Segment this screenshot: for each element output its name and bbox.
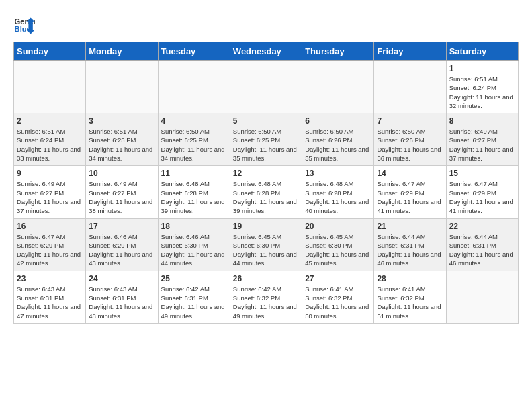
day-number: 22 <box>449 222 515 231</box>
day-number: 15 <box>449 169 515 178</box>
calendar-cell: 15Sunrise: 6:47 AM Sunset: 6:29 PM Dayli… <box>446 166 518 218</box>
weekday-header-row: SundayMondayTuesdayWednesdayThursdayFrid… <box>14 42 519 61</box>
day-info: Sunrise: 6:51 AM Sunset: 6:24 PM Dayligh… <box>17 127 83 163</box>
day-info: Sunrise: 6:42 AM Sunset: 6:31 PM Dayligh… <box>161 285 227 320</box>
day-number: 27 <box>305 274 371 283</box>
calendar-cell <box>374 61 446 113</box>
calendar-cell: 20Sunrise: 6:45 AM Sunset: 6:30 PM Dayli… <box>302 218 374 271</box>
day-number: 21 <box>377 222 443 231</box>
calendar-cell <box>86 61 158 113</box>
calendar-cell: 1Sunrise: 6:51 AM Sunset: 6:24 PM Daylig… <box>446 61 518 113</box>
week-row-2: 2Sunrise: 6:51 AM Sunset: 6:24 PM Daylig… <box>14 113 519 166</box>
calendar-cell <box>446 271 518 323</box>
day-number: 16 <box>17 222 83 231</box>
day-info: Sunrise: 6:47 AM Sunset: 6:29 PM Dayligh… <box>377 179 443 215</box>
calendar-cell: 16Sunrise: 6:47 AM Sunset: 6:29 PM Dayli… <box>14 218 86 271</box>
weekday-header-wednesday: Wednesday <box>230 42 302 61</box>
day-info: Sunrise: 6:41 AM Sunset: 6:32 PM Dayligh… <box>305 285 371 320</box>
weekday-header-saturday: Saturday <box>446 42 518 61</box>
calendar-cell: 2Sunrise: 6:51 AM Sunset: 6:24 PM Daylig… <box>14 113 86 166</box>
weekday-header-monday: Monday <box>86 42 158 61</box>
day-info: Sunrise: 6:48 AM Sunset: 6:28 PM Dayligh… <box>161 179 227 215</box>
day-info: Sunrise: 6:41 AM Sunset: 6:32 PM Dayligh… <box>377 285 443 320</box>
calendar-cell: 7Sunrise: 6:50 AM Sunset: 6:26 PM Daylig… <box>374 113 446 166</box>
day-number: 28 <box>377 274 443 283</box>
calendar-cell: 6Sunrise: 6:50 AM Sunset: 6:26 PM Daylig… <box>302 113 374 166</box>
day-number: 8 <box>449 116 515 126</box>
calendar-cell <box>158 61 230 113</box>
calendar-cell: 22Sunrise: 6:44 AM Sunset: 6:31 PM Dayli… <box>446 218 518 271</box>
day-number: 26 <box>233 274 299 283</box>
day-number: 20 <box>305 222 371 231</box>
weekday-header-thursday: Thursday <box>302 42 374 61</box>
calendar-cell: 21Sunrise: 6:44 AM Sunset: 6:31 PM Dayli… <box>374 218 446 271</box>
week-row-4: 16Sunrise: 6:47 AM Sunset: 6:29 PM Dayli… <box>14 218 519 271</box>
weekday-header-friday: Friday <box>374 42 446 61</box>
calendar-cell: 8Sunrise: 6:49 AM Sunset: 6:27 PM Daylig… <box>446 113 518 166</box>
svg-text:Blue: Blue <box>15 25 31 33</box>
day-info: Sunrise: 6:49 AM Sunset: 6:27 PM Dayligh… <box>17 179 83 215</box>
day-info: Sunrise: 6:48 AM Sunset: 6:28 PM Dayligh… <box>233 179 299 215</box>
day-info: Sunrise: 6:44 AM Sunset: 6:31 PM Dayligh… <box>449 232 515 268</box>
day-info: Sunrise: 6:43 AM Sunset: 6:31 PM Dayligh… <box>89 285 154 320</box>
calendar-cell: 24Sunrise: 6:43 AM Sunset: 6:31 PM Dayli… <box>86 271 158 323</box>
day-number: 6 <box>305 116 371 126</box>
day-info: Sunrise: 6:44 AM Sunset: 6:31 PM Dayligh… <box>377 232 443 268</box>
day-info: Sunrise: 6:45 AM Sunset: 6:30 PM Dayligh… <box>305 232 371 268</box>
day-number: 10 <box>89 169 154 178</box>
day-info: Sunrise: 6:42 AM Sunset: 6:32 PM Dayligh… <box>233 285 299 320</box>
day-number: 1 <box>449 64 515 73</box>
page-header: General Blue <box>13 13 519 35</box>
day-info: Sunrise: 6:50 AM Sunset: 6:26 PM Dayligh… <box>377 127 443 163</box>
calendar-cell: 18Sunrise: 6:46 AM Sunset: 6:30 PM Dayli… <box>158 218 230 271</box>
day-number: 23 <box>17 274 83 283</box>
day-number: 11 <box>161 169 227 178</box>
weekday-header-sunday: Sunday <box>14 42 86 61</box>
day-number: 13 <box>305 169 371 178</box>
day-number: 25 <box>161 274 227 283</box>
day-number: 9 <box>17 169 83 178</box>
day-info: Sunrise: 6:48 AM Sunset: 6:28 PM Dayligh… <box>305 179 371 215</box>
day-info: Sunrise: 6:51 AM Sunset: 6:24 PM Dayligh… <box>449 75 515 110</box>
weekday-header-tuesday: Tuesday <box>158 42 230 61</box>
week-row-3: 9Sunrise: 6:49 AM Sunset: 6:27 PM Daylig… <box>14 166 519 218</box>
day-info: Sunrise: 6:50 AM Sunset: 6:26 PM Dayligh… <box>305 127 371 163</box>
day-number: 4 <box>161 116 227 126</box>
day-number: 18 <box>161 222 227 231</box>
logo-icon: General Blue <box>13 13 35 35</box>
calendar-cell: 10Sunrise: 6:49 AM Sunset: 6:27 PM Dayli… <box>86 166 158 218</box>
calendar-cell: 26Sunrise: 6:42 AM Sunset: 6:32 PM Dayli… <box>230 271 302 323</box>
day-info: Sunrise: 6:46 AM Sunset: 6:29 PM Dayligh… <box>89 232 154 268</box>
day-number: 24 <box>89 274 154 283</box>
calendar-cell: 17Sunrise: 6:46 AM Sunset: 6:29 PM Dayli… <box>86 218 158 271</box>
calendar-cell: 14Sunrise: 6:47 AM Sunset: 6:29 PM Dayli… <box>374 166 446 218</box>
day-info: Sunrise: 6:46 AM Sunset: 6:30 PM Dayligh… <box>161 232 227 268</box>
day-info: Sunrise: 6:51 AM Sunset: 6:25 PM Dayligh… <box>89 127 154 163</box>
day-info: Sunrise: 6:45 AM Sunset: 6:30 PM Dayligh… <box>233 232 299 268</box>
calendar-cell <box>230 61 302 113</box>
week-row-5: 23Sunrise: 6:43 AM Sunset: 6:31 PM Dayli… <box>14 271 519 323</box>
day-info: Sunrise: 6:50 AM Sunset: 6:25 PM Dayligh… <box>161 127 227 163</box>
calendar-cell: 12Sunrise: 6:48 AM Sunset: 6:28 PM Dayli… <box>230 166 302 218</box>
calendar-cell: 11Sunrise: 6:48 AM Sunset: 6:28 PM Dayli… <box>158 166 230 218</box>
calendar-cell: 9Sunrise: 6:49 AM Sunset: 6:27 PM Daylig… <box>14 166 86 218</box>
day-number: 17 <box>89 222 154 231</box>
calendar-cell <box>14 61 86 113</box>
day-number: 19 <box>233 222 299 231</box>
calendar-cell: 25Sunrise: 6:42 AM Sunset: 6:31 PM Dayli… <box>158 271 230 323</box>
day-info: Sunrise: 6:49 AM Sunset: 6:27 PM Dayligh… <box>89 179 154 215</box>
day-number: 2 <box>17 116 83 126</box>
day-number: 7 <box>377 116 443 126</box>
calendar-table: SundayMondayTuesdayWednesdayThursdayFrid… <box>13 42 519 324</box>
day-info: Sunrise: 6:47 AM Sunset: 6:29 PM Dayligh… <box>17 232 83 268</box>
calendar-cell: 3Sunrise: 6:51 AM Sunset: 6:25 PM Daylig… <box>86 113 158 166</box>
day-number: 14 <box>377 169 443 178</box>
calendar-cell <box>302 61 374 113</box>
calendar-cell: 27Sunrise: 6:41 AM Sunset: 6:32 PM Dayli… <box>302 271 374 323</box>
calendar-cell: 4Sunrise: 6:50 AM Sunset: 6:25 PM Daylig… <box>158 113 230 166</box>
logo: General Blue <box>13 13 38 35</box>
day-info: Sunrise: 6:49 AM Sunset: 6:27 PM Dayligh… <box>449 127 515 163</box>
day-number: 5 <box>233 116 299 126</box>
day-info: Sunrise: 6:43 AM Sunset: 6:31 PM Dayligh… <box>17 285 83 320</box>
day-number: 3 <box>89 116 154 126</box>
